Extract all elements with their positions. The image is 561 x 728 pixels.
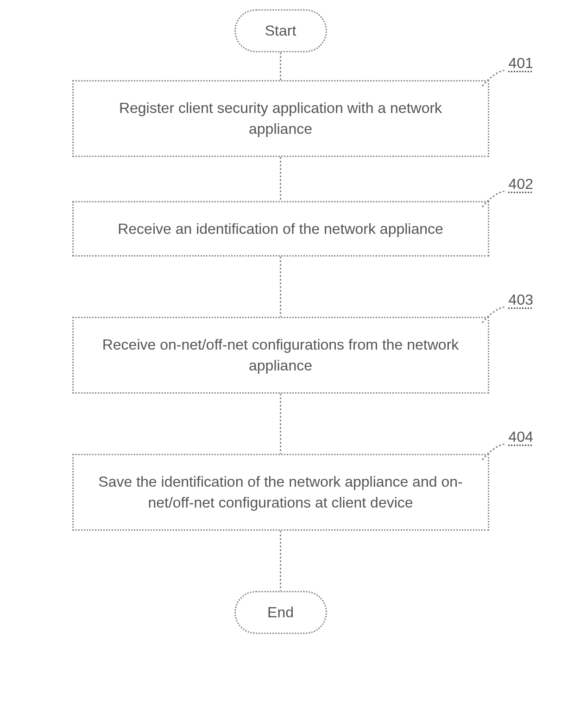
end-terminal: End [234,591,327,634]
process-step: Receive an identification of the network… [72,201,489,257]
reference-number: 402 [509,176,533,193]
step-text: Register client security application wit… [119,100,442,137]
step-text: Save the identification of the network a… [98,473,462,511]
flowchart-container: Start 401 Register client security appli… [0,0,561,634]
start-terminal: Start [234,9,327,52]
connector [280,52,281,80]
reference-connector-icon [480,307,508,325]
reference-connector-icon [480,191,508,209]
connector [280,257,281,317]
connector [280,531,281,591]
start-label: Start [265,22,296,39]
step-row-2: 402 Receive an identification of the net… [0,201,561,257]
step-row-4: 404 Save the identification of the netwo… [0,454,561,531]
connector [280,394,281,454]
end-label: End [267,604,294,621]
process-step: Save the identification of the network a… [72,454,489,531]
reference-number: 403 [509,291,533,308]
reference-connector-icon [480,444,508,462]
step-text: Receive on-net/off-net configurations fr… [102,336,459,374]
connector [280,157,281,201]
step-row-1: 401 Register client security application… [0,80,561,157]
step-text: Receive an identification of the network… [118,220,443,237]
reference-number: 401 [509,55,533,72]
reference-number: 404 [509,428,533,446]
process-step: Register client security application wit… [72,80,489,157]
reference-connector-icon [480,70,508,88]
step-row-3: 403 Receive on-net/off-net configuration… [0,317,561,394]
process-step: Receive on-net/off-net configurations fr… [72,317,489,394]
